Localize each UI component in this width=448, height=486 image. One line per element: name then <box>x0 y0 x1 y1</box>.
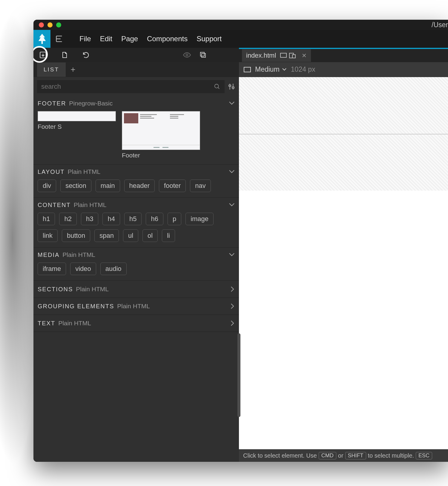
window-controls <box>39 22 61 27</box>
menu-page[interactable]: Page <box>121 35 138 43</box>
file-tab-index[interactable]: index.html ✕ <box>242 49 311 62</box>
page-button[interactable] <box>58 48 71 62</box>
chip-h3[interactable]: h3 <box>81 213 98 225</box>
svg-rect-7 <box>280 53 286 57</box>
pinegrow-logo[interactable] <box>33 30 50 48</box>
file-tabs: index.html ✕ <box>239 48 448 62</box>
chip-button[interactable]: button <box>62 229 90 242</box>
chip-li[interactable]: li <box>162 229 175 242</box>
svg-rect-10 <box>244 67 251 72</box>
close-tab-button[interactable]: ✕ <box>302 52 307 59</box>
chip-footer[interactable]: footer <box>159 180 186 192</box>
component-footer[interactable]: Footer <box>122 111 200 159</box>
tab-list[interactable]: LIST <box>37 62 66 77</box>
svg-rect-3 <box>200 52 204 56</box>
svg-rect-5 <box>229 85 231 86</box>
canvas[interactable] <box>239 77 448 449</box>
section-name: MEDIA <box>38 252 59 258</box>
svg-rect-2 <box>202 53 205 57</box>
search-icon <box>214 83 220 90</box>
close-window-button[interactable] <box>39 22 44 27</box>
editor-mode-button[interactable] <box>50 30 67 48</box>
menubar: File Edit Page Components Support <box>33 30 448 48</box>
section-footer-head[interactable]: FOOTER Pinegrow-Basic <box>38 100 235 107</box>
undo-button[interactable] <box>79 48 93 62</box>
status-bar: Click to select element. Use CMD or SHIF… <box>239 449 448 462</box>
add-tab-button[interactable]: + <box>66 65 80 74</box>
chip-h1[interactable]: h1 <box>38 213 55 225</box>
menu-support[interactable]: Support <box>197 35 222 43</box>
visibility-icon[interactable] <box>180 48 194 62</box>
search-box <box>37 80 225 93</box>
menu-file[interactable]: File <box>79 35 91 43</box>
device-outline-icon <box>244 67 251 72</box>
section-media-head[interactable]: MEDIA Plain HTML <box>38 251 235 258</box>
chevron-down-icon <box>229 253 235 257</box>
section-name: CONTENT <box>38 202 71 208</box>
chip-div[interactable]: div <box>38 180 56 192</box>
breakpoint-select[interactable]: Medium <box>255 65 287 73</box>
chevron-down-icon <box>229 203 235 207</box>
chip-h2[interactable]: h2 <box>59 213 76 225</box>
chip-video[interactable]: video <box>70 263 96 275</box>
section-sub: Plain HTML <box>76 286 109 293</box>
section-content: CONTENT Plain HTML h1 h2 h3 h4 h5 h6 p i… <box>33 198 239 248</box>
chip-ol[interactable]: ol <box>142 229 158 242</box>
chip-h4[interactable]: h4 <box>102 213 120 225</box>
breakpoint-label: Medium <box>255 65 280 73</box>
section-content-head[interactable]: CONTENT Plain HTML <box>38 201 235 208</box>
chip-main[interactable]: main <box>96 180 120 192</box>
chip-span[interactable]: span <box>94 229 119 242</box>
section-text[interactable]: TEXT Plain HTML <box>33 315 239 332</box>
chip-p[interactable]: p <box>168 213 181 225</box>
chevron-right-icon <box>231 320 235 326</box>
canvas-divider <box>239 134 448 134</box>
menu-components[interactable]: Components <box>147 35 188 43</box>
chip-h5[interactable]: h5 <box>124 213 142 225</box>
file-tab-label: index.html <box>246 52 276 59</box>
responsive-icon[interactable] <box>289 53 296 58</box>
chip-h6[interactable]: h6 <box>146 213 163 225</box>
component-footer-s[interactable]: Footer S <box>38 111 116 159</box>
thumb-label: Footer <box>122 152 200 159</box>
insert-block-button[interactable] <box>36 48 50 62</box>
chip-nav[interactable]: nav <box>190 180 211 192</box>
minimize-window-button[interactable] <box>47 22 53 27</box>
chip-ul[interactable]: ul <box>123 229 138 242</box>
status-text: Click to select element. Use <box>243 452 317 459</box>
svg-point-1 <box>186 54 188 56</box>
section-layout: LAYOUT Plain HTML div section main heade… <box>33 165 239 198</box>
menu-edit[interactable]: Edit <box>100 35 112 43</box>
section-layout-head[interactable]: LAYOUT Plain HTML <box>38 168 235 175</box>
status-suffix: to select multiple. <box>368 452 414 459</box>
section-sub: Plain HTML <box>62 251 95 258</box>
section-name: TEXT <box>38 320 55 327</box>
search-input[interactable] <box>41 83 214 91</box>
section-sub: Plain HTML <box>58 320 91 327</box>
chip-header[interactable]: header <box>124 180 155 192</box>
device-icon[interactable] <box>280 53 287 58</box>
section-name: FOOTER <box>38 100 66 107</box>
chip-section[interactable]: section <box>60 180 91 192</box>
chevron-down-icon <box>229 101 235 105</box>
section-name: SECTIONS <box>38 286 73 293</box>
section-grouping[interactable]: GROUPING ELEMENTS Plain HTML <box>33 298 239 315</box>
svg-rect-6 <box>232 87 234 88</box>
section-sub: Plain HTML <box>68 168 101 175</box>
chip-image[interactable]: image <box>185 213 214 225</box>
maximize-window-button[interactable] <box>56 22 61 27</box>
status-or: or <box>338 452 343 459</box>
viewport-size: 1024 px <box>291 65 315 73</box>
chip-iframe[interactable]: iframe <box>38 263 66 275</box>
section-name: GROUPING ELEMENTS <box>38 303 114 310</box>
library-panel: LIST + FOOTER Pine <box>33 62 239 462</box>
chevron-down-icon <box>282 68 287 71</box>
scrollbar[interactable] <box>237 333 240 417</box>
section-sub: Plain HTML <box>74 201 107 208</box>
chip-audio[interactable]: audio <box>100 263 127 275</box>
chip-link[interactable]: link <box>38 229 58 242</box>
settings-icon[interactable] <box>228 83 235 91</box>
duplicate-icon[interactable] <box>197 48 210 62</box>
section-sections[interactable]: SECTIONS Plain HTML <box>33 281 239 298</box>
titlebar: /User <box>33 20 448 30</box>
